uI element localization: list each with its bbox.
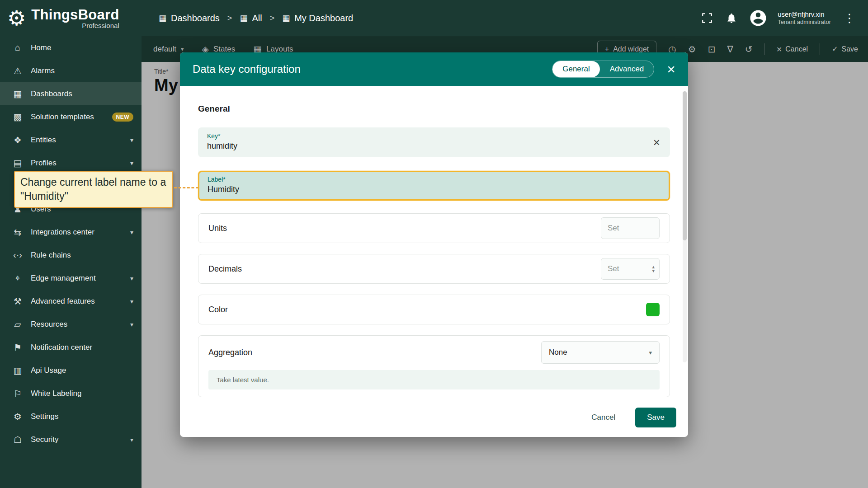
breadcrumb-label: My Dashboard [294,13,353,23]
key-field[interactable]: Key* × [198,127,670,157]
key-field-label: Key* [207,132,661,140]
breadcrumb-separator: > [227,14,232,23]
sidebar-item-resources[interactable]: ▱Resources▾ [0,313,142,336]
account-circle-icon [749,9,768,28]
sidebar-item-entities[interactable]: ❖Entities▾ [0,128,142,151]
units-row: Units [198,213,670,243]
brand-edition: Professional [82,22,119,29]
thingsboard-logo-icon: ⚙ [7,8,26,28]
rule-chains-icon: ‹·› [12,250,24,260]
sidebar-item-label: Solution templates [31,113,105,122]
label-input[interactable] [208,185,615,194]
sidebar: ⚙ ThingsBoard Professional ⌂Home⚠Alarms▦… [0,0,142,488]
sidebar-item-label: Home [31,43,133,52]
user-email: user@nfjhrv.xin [778,10,831,19]
fullscreen-icon [701,12,713,24]
aggregation-value: None [549,348,567,357]
entities-icon: ❖ [12,135,24,145]
dialog-save-button[interactable]: Save [635,408,676,427]
sidebar-item-home[interactable]: ⌂Home [0,36,142,59]
sidebar-item-security[interactable]: ☖Security▾ [0,428,142,451]
fullscreen-button[interactable] [700,11,714,25]
sidebar-item-notification-center[interactable]: ⚑Notification center [0,336,142,359]
white-labeling-icon: ⚐ [12,388,24,399]
brand-text: ThingsBoard Professional [31,7,119,29]
breadcrumb-item[interactable]: ▦Dashboards [159,13,220,23]
brand[interactable]: ⚙ ThingsBoard Professional [0,0,142,36]
more-menu-button[interactable]: ⋮ [841,11,858,25]
chevron-down-icon: ▾ [649,349,652,356]
decimals-stepper[interactable]: ▴▾ [652,265,655,273]
sidebar-item-dashboards[interactable]: ▦Dashboards [0,82,142,105]
chevron-down-icon: ▾ [130,275,133,282]
sidebar-item-label: Dashboards [31,89,133,99]
sidebar-item-label: Security [31,435,123,444]
sidebar-item-advanced-features[interactable]: ⚒Advanced features▾ [0,290,142,313]
dialog-close-button[interactable]: × [667,62,675,76]
data-key-configuration-dialog: Data key configuration General Advanced … [180,52,688,437]
sidebar-item-label: Resources [31,320,123,329]
integrations-center-icon: ⇆ [12,227,24,238]
breadcrumb-item[interactable]: ▦All [240,13,262,23]
sidebar-item-edge-management[interactable]: ⌖Edge management▾ [0,267,142,290]
dialog-scrollbar[interactable] [683,91,687,362]
chevron-down-icon: ▾ [130,321,133,328]
dialog-body: General Key* × Label* Units Decimals [180,86,688,398]
sidebar-item-label: Integrations center [31,228,123,237]
sidebar-item-solution-templates[interactable]: ▩Solution templatesNEW [0,105,142,128]
dashboards-icon: ▦ [12,89,24,99]
stepper-down-icon[interactable]: ▾ [652,269,655,273]
sidebar-item-label: Api Usage [31,366,133,375]
sidebar-item-label: Advanced features [31,297,123,306]
clear-key-icon[interactable]: × [653,136,660,148]
units-label: Units [208,224,227,233]
units-input[interactable] [608,224,640,233]
aggregation-select[interactable]: None ▾ [541,341,660,364]
tab-general[interactable]: General [552,61,599,77]
tab-advanced[interactable]: Advanced [600,61,654,77]
edge-management-icon: ⌖ [12,273,24,283]
sidebar-item-label: Alarms [31,66,133,75]
chevron-down-icon: ▾ [130,436,133,443]
sidebar-item-white-labeling[interactable]: ⚐White Labeling [0,382,142,405]
decimals-input-box: ▴▾ [601,258,660,280]
sidebar-item-api-usage[interactable]: ▥Api Usage [0,359,142,382]
sidebar-item-label: Edge management [31,274,123,283]
sidebar-item-label: Settings [31,412,133,421]
key-input[interactable] [207,141,616,151]
user-role: Tenant administrator [778,19,831,26]
color-swatch[interactable] [646,303,660,316]
dialog-header: Data key configuration General Advanced … [180,52,688,86]
user-avatar[interactable] [749,9,768,28]
new-badge: NEW [112,113,134,122]
sidebar-item-label: Entities [31,136,123,145]
decimals-label: Decimals [208,264,242,274]
dashboards-icon: ▦ [159,13,166,23]
sidebar-item-integrations-center[interactable]: ⇆Integrations center▾ [0,221,142,244]
app-root: ⚙ ThingsBoard Professional ⌂Home⚠Alarms▦… [0,0,868,488]
notifications-button[interactable] [724,11,739,25]
breadcrumb-label: Dashboards [171,13,220,23]
resources-icon: ▱ [12,319,24,330]
aggregation-row: Aggregation None ▾ [208,341,660,364]
bell-icon [726,12,737,24]
sidebar-item-alarms[interactable]: ⚠Alarms [0,59,142,82]
sidebar-item-settings[interactable]: ⚙Settings [0,405,142,428]
aggregation-card: Aggregation None ▾ Take latest value. [198,335,670,397]
home-icon: ⌂ [12,42,24,53]
color-label: Color [208,305,228,314]
decimals-input[interactable] [608,264,640,273]
brand-name: ThingsBoard [31,7,119,23]
alarms-icon: ⚠ [12,66,24,76]
scrollbar-thumb[interactable] [683,91,687,240]
sidebar-nav: ⌂Home⚠Alarms▦Dashboards▩Solution templat… [0,36,142,451]
security-icon: ☖ [12,434,24,445]
label-field[interactable]: Label* [198,171,670,201]
breadcrumb: ▦Dashboards>▦All>▦My Dashboard [159,13,353,23]
dialog-cancel-button[interactable]: Cancel [585,408,622,427]
aggregation-label: Aggregation [208,348,252,357]
dialog-title: Data key configuration [193,63,301,75]
chevron-down-icon: ▾ [130,298,133,305]
sidebar-item-rule-chains[interactable]: ‹·›Rule chains [0,244,142,267]
breadcrumb-item[interactable]: ▦My Dashboard [282,13,353,23]
